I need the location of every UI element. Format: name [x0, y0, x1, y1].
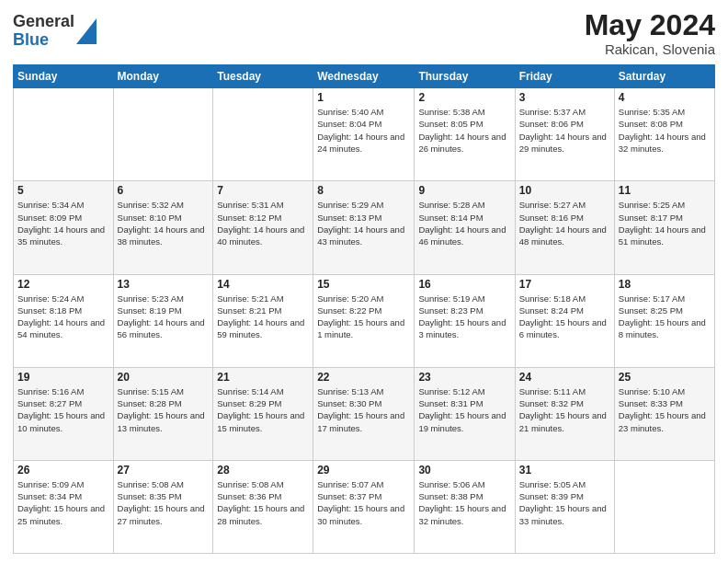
day-cell: 24Sunrise: 5:11 AM Sunset: 8:32 PM Dayli…: [515, 367, 614, 460]
day-number: 22: [317, 371, 410, 384]
day-cell: 22Sunrise: 5:13 AM Sunset: 8:30 PM Dayli…: [313, 367, 415, 460]
day-number: 24: [519, 371, 610, 384]
weekday-header-saturday: Saturday: [614, 65, 714, 88]
day-number: 3: [519, 91, 610, 104]
day-info: Sunrise: 5:32 AM Sunset: 8:10 PM Dayligh…: [118, 199, 210, 247]
day-cell: 4Sunrise: 5:35 AM Sunset: 8:08 PM Daylig…: [614, 88, 714, 181]
day-cell: 7Sunrise: 5:31 AM Sunset: 8:12 PM Daylig…: [213, 181, 313, 274]
day-cell: 31Sunrise: 5:05 AM Sunset: 8:39 PM Dayli…: [515, 460, 614, 553]
day-cell: 2Sunrise: 5:38 AM Sunset: 8:05 PM Daylig…: [415, 88, 515, 181]
day-info: Sunrise: 5:29 AM Sunset: 8:13 PM Dayligh…: [317, 199, 410, 247]
day-cell: 5Sunrise: 5:34 AM Sunset: 8:09 PM Daylig…: [14, 181, 114, 274]
day-info: Sunrise: 5:06 AM Sunset: 8:38 PM Dayligh…: [418, 478, 510, 527]
day-number: 7: [217, 184, 309, 197]
day-number: 5: [17, 184, 109, 197]
day-number: 21: [217, 371, 309, 384]
day-info: Sunrise: 5:18 AM Sunset: 8:24 PM Dayligh…: [519, 293, 610, 341]
location: Rakican, Slovenia: [585, 41, 715, 57]
day-cell: [113, 88, 213, 181]
day-number: 8: [317, 184, 410, 197]
day-info: Sunrise: 5:20 AM Sunset: 8:22 PM Dayligh…: [317, 293, 410, 341]
day-number: 20: [118, 371, 210, 384]
logo-blue-text: Blue: [13, 30, 49, 49]
weekday-header-thursday: Thursday: [415, 65, 515, 88]
day-cell: 11Sunrise: 5:25 AM Sunset: 8:17 PM Dayli…: [614, 181, 714, 274]
weekday-header-wednesday: Wednesday: [313, 65, 415, 88]
day-cell: 20Sunrise: 5:15 AM Sunset: 8:28 PM Dayli…: [113, 367, 213, 460]
day-number: 29: [317, 464, 410, 477]
day-number: 9: [418, 184, 510, 197]
day-number: 23: [418, 371, 510, 384]
day-info: Sunrise: 5:13 AM Sunset: 8:30 PM Dayligh…: [317, 385, 410, 434]
day-number: 10: [519, 184, 610, 197]
week-row-4: 19Sunrise: 5:16 AM Sunset: 8:27 PM Dayli…: [14, 367, 715, 460]
day-info: Sunrise: 5:25 AM Sunset: 8:17 PM Dayligh…: [619, 199, 711, 247]
day-cell: 28Sunrise: 5:08 AM Sunset: 8:36 PM Dayli…: [213, 460, 313, 553]
logo-triangle-icon: [76, 18, 97, 44]
day-cell: 13Sunrise: 5:23 AM Sunset: 8:19 PM Dayli…: [113, 274, 213, 367]
day-cell: 1Sunrise: 5:40 AM Sunset: 8:04 PM Daylig…: [313, 88, 415, 181]
day-cell: 30Sunrise: 5:06 AM Sunset: 8:38 PM Dayli…: [415, 460, 515, 553]
day-number: 6: [118, 184, 210, 197]
day-info: Sunrise: 5:21 AM Sunset: 8:21 PM Dayligh…: [217, 293, 309, 341]
day-cell: [213, 88, 313, 181]
day-cell: 23Sunrise: 5:12 AM Sunset: 8:31 PM Dayli…: [415, 367, 515, 460]
day-info: Sunrise: 5:24 AM Sunset: 8:18 PM Dayligh…: [17, 293, 109, 341]
weekday-header-friday: Friday: [515, 65, 614, 88]
page: General Blue May 2024 Rakican, Slovenia …: [0, 0, 728, 563]
weekday-header-tuesday: Tuesday: [213, 65, 313, 88]
day-number: 30: [418, 464, 510, 477]
day-info: Sunrise: 5:08 AM Sunset: 8:36 PM Dayligh…: [217, 478, 309, 527]
day-number: 12: [17, 278, 109, 291]
weekday-header-sunday: Sunday: [14, 65, 114, 88]
calendar-table: SundayMondayTuesdayWednesdayThursdayFrid…: [13, 64, 715, 554]
day-number: 31: [519, 464, 610, 477]
day-number: 13: [118, 278, 210, 291]
day-info: Sunrise: 5:16 AM Sunset: 8:27 PM Dayligh…: [17, 385, 109, 434]
day-info: Sunrise: 5:15 AM Sunset: 8:28 PM Dayligh…: [118, 385, 210, 434]
day-info: Sunrise: 5:34 AM Sunset: 8:09 PM Dayligh…: [17, 199, 109, 247]
day-info: Sunrise: 5:28 AM Sunset: 8:14 PM Dayligh…: [418, 199, 510, 247]
day-cell: 21Sunrise: 5:14 AM Sunset: 8:29 PM Dayli…: [213, 367, 313, 460]
day-cell: 27Sunrise: 5:08 AM Sunset: 8:35 PM Dayli…: [113, 460, 213, 553]
day-info: Sunrise: 5:17 AM Sunset: 8:25 PM Dayligh…: [619, 293, 711, 341]
day-number: 2: [418, 91, 510, 104]
day-info: Sunrise: 5:40 AM Sunset: 8:04 PM Dayligh…: [317, 106, 410, 155]
day-info: Sunrise: 5:14 AM Sunset: 8:29 PM Dayligh…: [217, 385, 309, 434]
day-cell: 12Sunrise: 5:24 AM Sunset: 8:18 PM Dayli…: [14, 274, 114, 367]
day-cell: 3Sunrise: 5:37 AM Sunset: 8:06 PM Daylig…: [515, 88, 614, 181]
day-number: 28: [217, 464, 309, 477]
day-number: 1: [317, 91, 410, 104]
day-cell: 25Sunrise: 5:10 AM Sunset: 8:33 PM Dayli…: [614, 367, 714, 460]
logo-general-text: General: [13, 12, 74, 30]
day-number: 19: [17, 371, 109, 384]
day-info: Sunrise: 5:31 AM Sunset: 8:12 PM Dayligh…: [217, 199, 309, 247]
day-cell: [14, 88, 114, 181]
day-cell: 19Sunrise: 5:16 AM Sunset: 8:27 PM Dayli…: [14, 367, 114, 460]
day-cell: 17Sunrise: 5:18 AM Sunset: 8:24 PM Dayli…: [515, 274, 614, 367]
day-number: 15: [317, 278, 410, 291]
day-cell: 15Sunrise: 5:20 AM Sunset: 8:22 PM Dayli…: [313, 274, 415, 367]
day-number: 14: [217, 278, 309, 291]
day-info: Sunrise: 5:27 AM Sunset: 8:16 PM Dayligh…: [519, 199, 610, 247]
header: General Blue May 2024 Rakican, Slovenia: [13, 9, 715, 57]
day-cell: 16Sunrise: 5:19 AM Sunset: 8:23 PM Dayli…: [415, 274, 515, 367]
day-info: Sunrise: 5:23 AM Sunset: 8:19 PM Dayligh…: [118, 293, 210, 341]
day-cell: [614, 460, 714, 553]
day-info: Sunrise: 5:35 AM Sunset: 8:08 PM Dayligh…: [619, 106, 711, 155]
day-cell: 18Sunrise: 5:17 AM Sunset: 8:25 PM Dayli…: [614, 274, 714, 367]
day-cell: 8Sunrise: 5:29 AM Sunset: 8:13 PM Daylig…: [313, 181, 415, 274]
day-info: Sunrise: 5:19 AM Sunset: 8:23 PM Dayligh…: [418, 293, 510, 341]
day-info: Sunrise: 5:10 AM Sunset: 8:33 PM Dayligh…: [619, 385, 711, 434]
day-number: 4: [619, 91, 711, 104]
week-row-3: 12Sunrise: 5:24 AM Sunset: 8:18 PM Dayli…: [14, 274, 715, 367]
day-cell: 6Sunrise: 5:32 AM Sunset: 8:10 PM Daylig…: [113, 181, 213, 274]
week-row-2: 5Sunrise: 5:34 AM Sunset: 8:09 PM Daylig…: [14, 181, 715, 274]
day-info: Sunrise: 5:37 AM Sunset: 8:06 PM Dayligh…: [519, 106, 610, 155]
day-cell: 10Sunrise: 5:27 AM Sunset: 8:16 PM Dayli…: [515, 181, 614, 274]
day-info: Sunrise: 5:05 AM Sunset: 8:39 PM Dayligh…: [519, 478, 610, 527]
day-cell: 29Sunrise: 5:07 AM Sunset: 8:37 PM Dayli…: [313, 460, 415, 553]
day-info: Sunrise: 5:07 AM Sunset: 8:37 PM Dayligh…: [317, 478, 410, 527]
weekday-header-row: SundayMondayTuesdayWednesdayThursdayFrid…: [14, 65, 715, 88]
day-info: Sunrise: 5:09 AM Sunset: 8:34 PM Dayligh…: [17, 478, 109, 527]
